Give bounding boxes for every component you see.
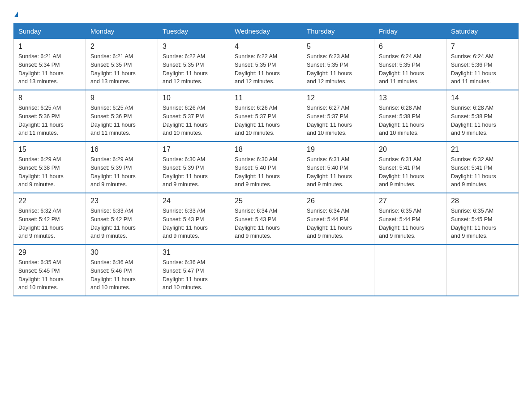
day-info: Sunrise: 6:25 AM Sunset: 5:36 PM Dayligh…	[18, 104, 81, 137]
day-number: 5	[307, 43, 369, 51]
calendar-cell: 2 Sunrise: 6:21 AM Sunset: 5:35 PM Dayli…	[86, 39, 158, 90]
day-number: 12	[307, 94, 369, 102]
calendar-cell: 15 Sunrise: 6:29 AM Sunset: 5:38 PM Dayl…	[14, 141, 86, 193]
logo	[13, 9, 18, 19]
calendar-cell	[302, 244, 374, 296]
weekday-header-thursday: Thursday	[302, 24, 374, 39]
calendar-cell: 3 Sunrise: 6:22 AM Sunset: 5:35 PM Dayli…	[158, 39, 230, 90]
day-info: Sunrise: 6:25 AM Sunset: 5:36 PM Dayligh…	[90, 104, 153, 137]
day-number: 6	[379, 43, 442, 51]
day-number: 9	[90, 94, 153, 102]
day-number: 25	[235, 197, 297, 205]
day-number: 30	[90, 248, 153, 257]
calendar-cell	[230, 244, 302, 296]
day-info: Sunrise: 6:21 AM Sunset: 5:34 PM Dayligh…	[18, 52, 81, 86]
day-number: 14	[451, 94, 514, 102]
calendar-cell: 7 Sunrise: 6:24 AM Sunset: 5:36 PM Dayli…	[446, 39, 519, 90]
day-info: Sunrise: 6:33 AM Sunset: 5:42 PM Dayligh…	[90, 207, 153, 240]
day-number: 13	[379, 94, 442, 102]
calendar-cell: 24 Sunrise: 6:33 AM Sunset: 5:43 PM Dayl…	[158, 193, 230, 244]
calendar-week-2: 8 Sunrise: 6:25 AM Sunset: 5:36 PM Dayli…	[14, 90, 519, 141]
day-info: Sunrise: 6:28 AM Sunset: 5:38 PM Dayligh…	[379, 104, 442, 137]
weekday-header-tuesday: Tuesday	[158, 24, 230, 39]
calendar-cell: 27 Sunrise: 6:35 AM Sunset: 5:44 PM Dayl…	[374, 193, 446, 244]
calendar-cell: 6 Sunrise: 6:24 AM Sunset: 5:35 PM Dayli…	[374, 39, 446, 90]
calendar-cell: 23 Sunrise: 6:33 AM Sunset: 5:42 PM Dayl…	[86, 193, 158, 244]
day-info: Sunrise: 6:31 AM Sunset: 5:40 PM Dayligh…	[307, 155, 369, 189]
calendar-cell: 25 Sunrise: 6:34 AM Sunset: 5:43 PM Dayl…	[230, 193, 302, 244]
day-info: Sunrise: 6:31 AM Sunset: 5:41 PM Dayligh…	[379, 155, 442, 189]
calendar-cell: 14 Sunrise: 6:28 AM Sunset: 5:38 PM Dayl…	[446, 90, 519, 141]
day-number: 7	[451, 43, 514, 51]
day-number: 28	[451, 197, 514, 205]
day-info: Sunrise: 6:35 AM Sunset: 5:45 PM Dayligh…	[18, 258, 81, 292]
day-info: Sunrise: 6:27 AM Sunset: 5:37 PM Dayligh…	[307, 104, 369, 137]
calendar-body: 1 Sunrise: 6:21 AM Sunset: 5:34 PM Dayli…	[14, 39, 519, 296]
day-number: 18	[235, 146, 297, 154]
calendar-cell: 13 Sunrise: 6:28 AM Sunset: 5:38 PM Dayl…	[374, 90, 446, 141]
calendar-week-3: 15 Sunrise: 6:29 AM Sunset: 5:38 PM Dayl…	[14, 141, 519, 193]
weekday-header-wednesday: Wednesday	[230, 24, 302, 39]
calendar-cell	[446, 244, 519, 296]
page-header	[13, 9, 519, 19]
calendar-cell: 9 Sunrise: 6:25 AM Sunset: 5:36 PM Dayli…	[86, 90, 158, 141]
day-number: 26	[307, 197, 369, 205]
day-info: Sunrise: 6:30 AM Sunset: 5:40 PM Dayligh…	[235, 155, 297, 189]
day-number: 3	[163, 43, 225, 51]
day-number: 29	[18, 248, 81, 257]
day-info: Sunrise: 6:30 AM Sunset: 5:39 PM Dayligh…	[163, 155, 225, 189]
day-info: Sunrise: 6:35 AM Sunset: 5:44 PM Dayligh…	[379, 207, 442, 240]
calendar-cell: 18 Sunrise: 6:30 AM Sunset: 5:40 PM Dayl…	[230, 141, 302, 193]
calendar-header: SundayMondayTuesdayWednesdayThursdayFrid…	[14, 24, 519, 39]
calendar-cell: 8 Sunrise: 6:25 AM Sunset: 5:36 PM Dayli…	[14, 90, 86, 141]
day-number: 16	[90, 146, 153, 154]
calendar-cell: 30 Sunrise: 6:36 AM Sunset: 5:46 PM Dayl…	[86, 244, 158, 296]
calendar-cell: 19 Sunrise: 6:31 AM Sunset: 5:40 PM Dayl…	[302, 141, 374, 193]
day-info: Sunrise: 6:35 AM Sunset: 5:45 PM Dayligh…	[451, 207, 514, 240]
day-number: 23	[90, 197, 153, 205]
day-number: 15	[18, 146, 81, 154]
day-number: 19	[307, 146, 369, 154]
logo-line1	[13, 9, 18, 19]
day-number: 1	[18, 43, 81, 51]
day-number: 24	[163, 197, 225, 205]
day-number: 27	[379, 197, 442, 205]
calendar-cell: 16 Sunrise: 6:29 AM Sunset: 5:39 PM Dayl…	[86, 141, 158, 193]
calendar-cell: 22 Sunrise: 6:32 AM Sunset: 5:42 PM Dayl…	[14, 193, 86, 244]
day-info: Sunrise: 6:24 AM Sunset: 5:35 PM Dayligh…	[379, 52, 442, 86]
day-info: Sunrise: 6:36 AM Sunset: 5:46 PM Dayligh…	[90, 258, 153, 292]
calendar-cell: 31 Sunrise: 6:36 AM Sunset: 5:47 PM Dayl…	[158, 244, 230, 296]
day-info: Sunrise: 6:26 AM Sunset: 5:37 PM Dayligh…	[163, 104, 225, 137]
calendar-week-4: 22 Sunrise: 6:32 AM Sunset: 5:42 PM Dayl…	[14, 193, 519, 244]
calendar-cell: 10 Sunrise: 6:26 AM Sunset: 5:37 PM Dayl…	[158, 90, 230, 141]
day-info: Sunrise: 6:32 AM Sunset: 5:42 PM Dayligh…	[18, 207, 81, 240]
day-info: Sunrise: 6:21 AM Sunset: 5:35 PM Dayligh…	[90, 52, 153, 86]
calendar-cell: 20 Sunrise: 6:31 AM Sunset: 5:41 PM Dayl…	[374, 141, 446, 193]
weekday-header-row: SundayMondayTuesdayWednesdayThursdayFrid…	[14, 24, 519, 39]
calendar-cell: 21 Sunrise: 6:32 AM Sunset: 5:41 PM Dayl…	[446, 141, 519, 193]
day-info: Sunrise: 6:34 AM Sunset: 5:44 PM Dayligh…	[307, 207, 369, 240]
day-number: 8	[18, 94, 81, 102]
calendar-week-1: 1 Sunrise: 6:21 AM Sunset: 5:34 PM Dayli…	[14, 39, 519, 90]
weekday-header-saturday: Saturday	[446, 24, 519, 39]
day-number: 31	[163, 248, 225, 257]
day-number: 10	[163, 94, 225, 102]
calendar-cell: 1 Sunrise: 6:21 AM Sunset: 5:34 PM Dayli…	[14, 39, 86, 90]
day-number: 17	[163, 146, 225, 154]
logo-triangle-icon	[14, 12, 18, 17]
day-info: Sunrise: 6:26 AM Sunset: 5:37 PM Dayligh…	[235, 104, 297, 137]
day-info: Sunrise: 6:23 AM Sunset: 5:35 PM Dayligh…	[307, 52, 369, 86]
calendar-cell: 4 Sunrise: 6:22 AM Sunset: 5:35 PM Dayli…	[230, 39, 302, 90]
calendar-cell: 5 Sunrise: 6:23 AM Sunset: 5:35 PM Dayli…	[302, 39, 374, 90]
day-info: Sunrise: 6:28 AM Sunset: 5:38 PM Dayligh…	[451, 104, 514, 137]
calendar-cell: 11 Sunrise: 6:26 AM Sunset: 5:37 PM Dayl…	[230, 90, 302, 141]
calendar-week-5: 29 Sunrise: 6:35 AM Sunset: 5:45 PM Dayl…	[14, 244, 519, 296]
day-number: 2	[90, 43, 153, 51]
day-info: Sunrise: 6:22 AM Sunset: 5:35 PM Dayligh…	[163, 52, 225, 86]
calendar-cell: 17 Sunrise: 6:30 AM Sunset: 5:39 PM Dayl…	[158, 141, 230, 193]
day-info: Sunrise: 6:24 AM Sunset: 5:36 PM Dayligh…	[451, 52, 514, 86]
weekday-header-friday: Friday	[374, 24, 446, 39]
calendar-cell: 28 Sunrise: 6:35 AM Sunset: 5:45 PM Dayl…	[446, 193, 519, 244]
calendar-cell: 26 Sunrise: 6:34 AM Sunset: 5:44 PM Dayl…	[302, 193, 374, 244]
calendar-cell	[374, 244, 446, 296]
